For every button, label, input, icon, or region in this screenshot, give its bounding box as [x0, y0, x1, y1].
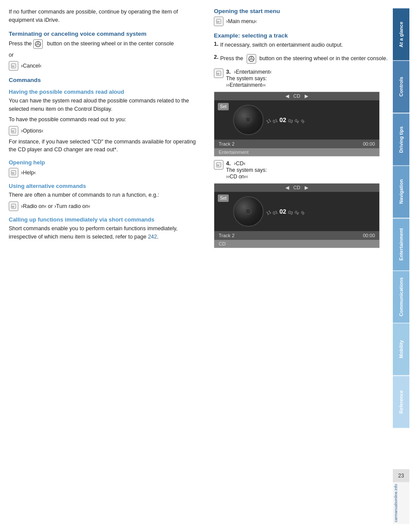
cd-track-numbers-1: 11 01 02 03 04 05	[266, 116, 305, 123]
page-number: 23	[393, 469, 409, 482]
step3-cmd: ›Entertainment‹	[234, 69, 271, 75]
sidebar-spacer	[393, 428, 409, 469]
step3-content: 3. ›Entertainment‹ The system says: ››En…	[226, 68, 393, 88]
cd-set-btn-1: Set	[218, 103, 229, 110]
voice-step4-icon: W	[214, 160, 223, 170]
main-menu-command: W ›Main menu‹	[214, 17, 393, 26]
options-command: W ›Options‹	[9, 126, 201, 136]
sidebar-label-navigation: Navigation	[398, 180, 404, 204]
step4-says: The system says:	[226, 167, 267, 173]
cd-body-2: Set 11 01 02 03 04 05	[214, 192, 379, 231]
having-body2: To have the possible commands read out t…	[9, 116, 201, 124]
sidebar-tab-reference[interactable]: Reference	[393, 375, 409, 428]
radio-command: W ›Radio on‹ or ›Turn radio on‹	[9, 201, 201, 211]
step4-says2: ››CD on‹‹	[226, 174, 248, 180]
intro-text: If no further commands are possible, con…	[9, 8, 201, 24]
sidebar-tab-at-a-glance[interactable]: At a glance	[393, 8, 409, 60]
svg-text:W: W	[12, 65, 14, 68]
cd-next-arrow-2: ▶	[305, 185, 308, 191]
terminating-body: Press the button on the steering wheel o…	[9, 39, 201, 49]
track2-02-active: 02	[279, 208, 286, 215]
having-subheading: Having the possible commands read aloud	[9, 89, 201, 95]
voice-help-icon: W	[9, 168, 18, 177]
step4-content: 4. ›CD‹ The system says: ››CD on‹‹	[226, 160, 393, 180]
voice-options-icon: W	[9, 126, 18, 136]
button-text: button on the steering wheel or in the c…	[47, 41, 174, 47]
step2-num: 2.	[214, 54, 218, 60]
page-242-link[interactable]: 242	[148, 234, 157, 240]
svg-point-16	[251, 58, 252, 60]
sidebar-tab-driving-tips[interactable]: Driving tips	[393, 113, 409, 165]
sidebar-label-mobility: Mobility	[398, 340, 404, 358]
sidebar-label-driving-tips: Driving tips	[398, 126, 404, 153]
sidebar-label-communications: Communications	[398, 277, 404, 316]
svg-line-4	[39, 44, 40, 45]
cd-header-2: ◀ CD ▶	[214, 184, 379, 192]
cd-body-1: Set 11 01 02 03 04 05	[214, 100, 379, 140]
step4-cmd: ›CD‹	[234, 160, 245, 167]
calling-up-body: Short commands enable you to perform cer…	[9, 225, 201, 241]
sidebar-tab-entertainment[interactable]: Entertainment	[393, 218, 409, 270]
cd-image-1: ◀ CD ▶ Set 11 01 02 03 0	[214, 92, 380, 157]
steering-wheel-icon	[33, 39, 43, 49]
track-01: 01	[272, 118, 278, 124]
voice-step3-icon: W	[214, 68, 223, 78]
cd-time-1: 00:00	[363, 141, 375, 147]
cd-entertainment-label: Entertainment	[214, 148, 379, 156]
having-body3: For instance, if you have selected "CD" …	[9, 138, 201, 154]
track-04: 04	[294, 118, 300, 124]
sidebar-label-reference: Reference	[398, 390, 404, 413]
cd-disc-center-1	[245, 117, 251, 123]
sidebar-tab-communications[interactable]: Communications	[393, 270, 409, 323]
step1-num: 1.	[214, 41, 218, 47]
opening-help-subheading: Opening help	[9, 159, 201, 166]
track2-04: 04	[294, 210, 300, 216]
step-3: W 3. ›Entertainment‹ The system says: ››…	[214, 68, 393, 88]
svg-text:W: W	[217, 72, 220, 75]
terminating-heading: Terminating or canceling voice command s…	[9, 31, 201, 37]
calling-up-subheading: Calling up functions immediately via sho…	[9, 216, 201, 223]
track-11: 11	[265, 118, 272, 124]
sidebar-tab-navigation[interactable]: Navigation	[393, 165, 409, 218]
using-alt-subheading: Using alternative commands	[9, 183, 201, 189]
cd-prev-arrow-2: ◀	[285, 185, 289, 191]
opening-start-heading: Opening the start menu	[214, 8, 393, 14]
cd-next-arrow: ▶	[305, 93, 308, 99]
step-4: W 4. ›CD‹ The system says: ››CD on‹‹	[214, 160, 393, 180]
having-body: You can have the system read aloud the p…	[9, 97, 201, 113]
track2-01: 01	[272, 209, 278, 215]
cd-bottom-2: Track 2 00:00	[214, 231, 379, 240]
cd-header-1: ◀ CD ▶	[214, 92, 379, 100]
cd-track-numbers-2: 11 01 02 03 04 05	[266, 208, 305, 215]
cd-image-2: ◀ CD ▶ Set 11 01 02 03 0	[214, 183, 380, 248]
cancel-cmd-text: ›Cancel‹	[21, 63, 41, 69]
sidebar-tab-mobility[interactable]: Mobility	[393, 323, 409, 375]
sidebar-label-at-a-glance: At a glance	[398, 21, 404, 47]
main-content: If no further commands are possible, con…	[0, 0, 419, 532]
step1-text: If necessary, switch on entertainment au…	[220, 41, 393, 49]
step2-steering-icon	[247, 54, 256, 64]
svg-line-18	[249, 59, 251, 60]
cd-track-area-2: 11 01 02 03 04 05	[233, 196, 376, 227]
svg-text:W: W	[12, 130, 14, 133]
voice-radio-icon: W	[9, 201, 18, 211]
svg-text:W: W	[217, 164, 220, 167]
cd-disc-1	[233, 105, 264, 135]
example-heading: Example: selecting a track	[214, 32, 393, 39]
sidebar-tab-controls[interactable]: Controls	[393, 60, 409, 113]
cd-cd-label: CD	[214, 240, 379, 248]
cd-disc-2	[233, 196, 264, 227]
cd-track-label-1: Track 2	[219, 141, 234, 147]
step-2: 2. Press the button on the steering whee…	[214, 54, 393, 66]
step2-text: Press the button on the steering wheel o…	[220, 54, 393, 64]
cd-header-label-2: CD	[293, 185, 300, 190]
or-text: or	[9, 51, 201, 59]
sidebar-label-entertainment: Entertainment	[398, 228, 404, 260]
svg-line-19	[252, 59, 254, 60]
cd-disc-center-2	[245, 208, 251, 215]
radio-cmd-text: ›Radio on‹ or ›Turn radio on‹	[21, 203, 90, 209]
main-menu-cmd-text: ›Main menu‹	[226, 18, 257, 24]
cd-header-label-1: CD	[293, 93, 300, 99]
commands-heading: Commands	[9, 77, 201, 83]
cd-set-btn-2: Set	[218, 194, 229, 202]
